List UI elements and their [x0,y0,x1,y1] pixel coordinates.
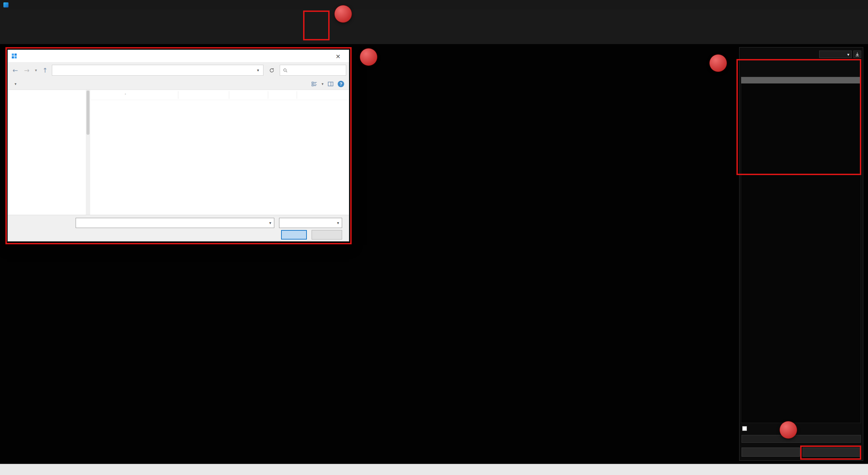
breadcrumb-chevron-icon[interactable]: ▾ [255,68,261,73]
search-icon [283,68,288,73]
chevron-down-icon: ▾ [334,221,342,225]
sort-caret-icon: ˆ [125,93,126,97]
search-input[interactable] [290,67,343,73]
status-bar [0,464,868,475]
app-window: ▾ × ← → ▾ [0,0,868,475]
display-constraints-row [742,426,749,431]
constraints-table [741,77,861,423]
dialog-icon [11,53,17,59]
up-button[interactable]: ↑ [40,66,50,74]
dialog-nav-row: ← → ▾ ↑ ▾ [8,62,349,78]
titlebar [0,0,868,10]
dialog-close-button[interactable]: × [331,50,346,62]
scrollbar-thumb[interactable] [86,91,90,135]
table-header [741,77,861,83]
add-button[interactable] [742,435,861,443]
dialog-footer: ▾ ▾ [8,215,349,241]
display-constraints-checkbox[interactable] [742,426,747,431]
dialog-body: ˆ [8,90,349,215]
preset-export-button[interactable] [853,51,861,58]
file-list-header: ˆ [91,90,349,100]
tree-scrollbar[interactable] [86,90,90,215]
views-icon[interactable] [311,81,317,87]
dialog-command-bar: ▾ ▾ ? [8,78,349,90]
dialog-titlebar: × [8,50,349,62]
preview-pane-icon[interactable] [328,81,334,87]
folder-tree [8,90,86,215]
download-icon [855,52,860,57]
file-name-input[interactable] [76,220,267,226]
history-chevron-icon[interactable]: ▾ [34,68,38,73]
load-constraints-dialog: × ← → ▾ ↑ ▾ ▾ ▾ [7,50,349,242]
organize-menu[interactable]: ▾ [13,82,17,86]
help-button[interactable]: ? [338,81,344,87]
forward-button[interactable]: → [22,66,32,74]
load-button[interactable] [803,448,861,457]
preset-row: ▾ [817,51,861,58]
dialog-cancel-button[interactable] [312,230,342,240]
breadcrumb[interactable]: ▾ [52,65,263,76]
column-date-modified[interactable] [178,91,229,99]
back-button[interactable]: ← [11,66,20,74]
refresh-icon [269,68,275,73]
app-icon [3,2,8,7]
command-bar-right: ▾ ? [311,81,344,87]
refresh-button[interactable] [265,65,278,76]
chevron-down-icon[interactable]: ▾ [267,221,274,225]
save-button[interactable] [742,448,800,457]
annotation-badge-3 [709,54,727,72]
column-size[interactable] [268,91,297,99]
folder-icon [54,67,60,73]
views-chevron-icon[interactable]: ▾ [321,82,323,86]
main-toolbar [0,10,868,44]
annotation-badge-1 [780,421,797,439]
chevron-down-icon: ▾ [15,82,17,86]
right-panel: ▾ [739,47,863,461]
open-button[interactable] [281,230,307,240]
annotation-badge-2 [360,48,377,66]
column-type[interactable] [229,91,268,99]
file-name-combo: ▾ [76,218,274,228]
preset-select[interactable]: ▾ [819,51,852,58]
annotation-badge-4 [334,5,352,23]
column-name[interactable]: ˆ [91,91,178,99]
file-list: ˆ [90,90,349,215]
file-type-select[interactable]: ▾ [279,218,342,228]
chevron-down-icon: ▾ [847,52,849,57]
search-box[interactable] [280,65,346,76]
